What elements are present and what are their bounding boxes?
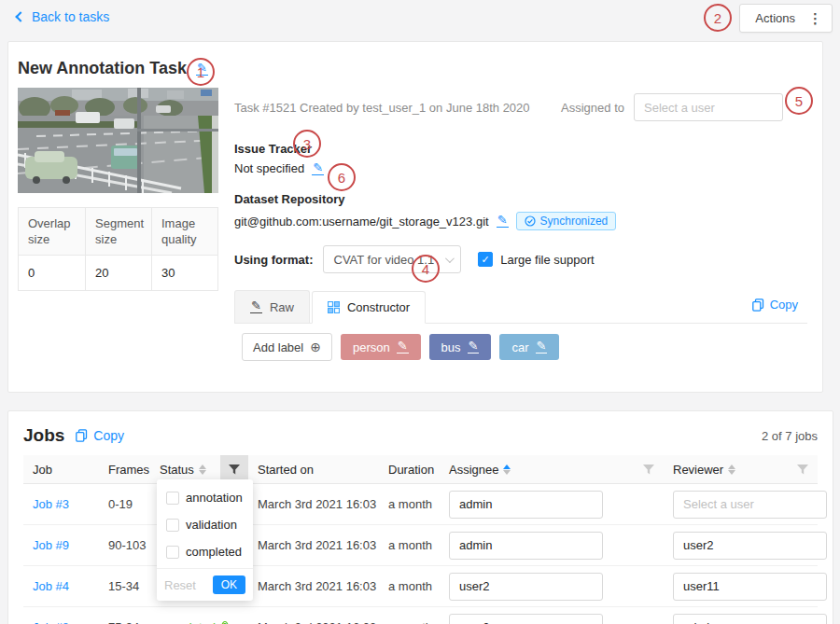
- tab-constructor-label: Constructor: [347, 300, 410, 314]
- plus-circle-icon: ⊕: [310, 340, 321, 354]
- task-parameters-table: Overlap size Segment size Image quality …: [18, 207, 218, 291]
- reviewer-filter-icon[interactable]: [797, 465, 808, 475]
- edit-label-bus-icon[interactable]: ✎: [468, 340, 480, 354]
- status-sort-icon[interactable]: [199, 465, 206, 475]
- large-file-label: Large file support: [500, 253, 594, 267]
- reviewer-input[interactable]: [673, 573, 827, 601]
- labels-copy-label: Copy: [770, 298, 798, 312]
- edit-label-car-icon[interactable]: ✎: [536, 340, 548, 354]
- job-frames: 75-94: [99, 620, 150, 624]
- job-duration: a month: [379, 620, 440, 624]
- job-row: Job #8 75-94 completed ? March 3rd 2021 …: [23, 607, 818, 624]
- reviewer-input[interactable]: [673, 532, 827, 560]
- assignee-header-label: Assignee: [449, 463, 498, 477]
- annotation-circle-3: 3: [293, 130, 321, 158]
- filter-reset-button[interactable]: Reset: [164, 578, 196, 592]
- add-label-text: Add label: [253, 340, 303, 354]
- assignee-input[interactable]: [449, 491, 603, 519]
- tab-raw[interactable]: ✎ Raw: [234, 290, 310, 323]
- status-text: completed: [160, 620, 216, 624]
- reviewer-sort-icon[interactable]: [728, 465, 735, 475]
- actions-button[interactable]: Actions ⋮: [739, 4, 833, 33]
- issue-tracker-value: Not specified: [234, 161, 304, 175]
- large-file-checkbox[interactable]: ✓: [478, 252, 493, 267]
- column-header-frames: Frames: [99, 455, 150, 483]
- edit-issue-tracker-icon[interactable]: ✎: [312, 162, 324, 175]
- back-to-tasks-label: Back to tasks: [32, 9, 109, 24]
- actions-label: Actions: [755, 11, 795, 25]
- job-started: March 3rd 2021 16:03: [248, 620, 379, 624]
- job-duration: a month: [379, 538, 440, 552]
- job-link[interactable]: Job #3: [33, 497, 69, 511]
- job-link[interactable]: Job #4: [33, 579, 69, 593]
- job-duration: a month: [379, 579, 440, 593]
- filter-option-completed[interactable]: completed: [157, 538, 253, 565]
- column-header-job: Job: [23, 455, 99, 483]
- filter-option-validation[interactable]: validation: [157, 511, 253, 538]
- jobs-title: Jobs: [23, 425, 64, 446]
- filter-option-label: validation: [186, 518, 237, 532]
- status-filter-dropdown: annotation validation completed Reset OK: [157, 479, 253, 601]
- copy-icon: [76, 429, 88, 442]
- labels-copy-button[interactable]: Copy: [752, 298, 798, 312]
- job-row: Job #4 15-34 March 3rd 2021 16:03 a mont…: [23, 566, 818, 607]
- assignee-sort-icon[interactable]: [503, 465, 511, 475]
- param-value-quality: 30: [151, 256, 217, 290]
- copy-icon: [752, 298, 764, 312]
- task-preview-image: [18, 88, 218, 193]
- format-select[interactable]: CVAT for video 1.1: [323, 245, 462, 273]
- task-details-card: New Annotation Task ✎: [7, 41, 823, 393]
- column-header-reviewer[interactable]: Reviewer: [664, 455, 818, 483]
- add-label-button[interactable]: Add label ⊕: [242, 333, 332, 361]
- reviewer-input[interactable]: [673, 491, 827, 519]
- job-link[interactable]: Job #8: [33, 620, 69, 624]
- filter-ok-button[interactable]: OK: [213, 575, 245, 594]
- annotation-checkbox[interactable]: [166, 492, 179, 505]
- sync-status-badge: Synchronized: [516, 212, 617, 230]
- assignee-filter-icon[interactable]: [643, 465, 654, 475]
- jobs-copy-button[interactable]: Copy: [76, 428, 124, 443]
- jobs-table-header: Job Frames Status Started on Duration As…: [23, 455, 818, 484]
- label-chip-person[interactable]: person ✎: [341, 334, 421, 360]
- jobs-card: Jobs Copy 2 of 7 jobs Job Frames Status …: [7, 410, 833, 624]
- filter-option-annotation[interactable]: annotation: [157, 484, 253, 511]
- label-chip-bus[interactable]: bus ✎: [429, 334, 492, 360]
- job-frames: 15-34: [99, 579, 150, 593]
- using-format-label: Using format:: [234, 253, 314, 267]
- validation-checkbox[interactable]: [166, 519, 179, 532]
- build-blocks-icon: [328, 301, 340, 313]
- jobs-copy-label: Copy: [93, 428, 124, 443]
- completed-checkbox[interactable]: [166, 546, 179, 559]
- edit-label-person-icon[interactable]: ✎: [397, 340, 409, 354]
- assigned-to-input[interactable]: [634, 93, 783, 121]
- reviewer-input[interactable]: [673, 614, 827, 624]
- assignee-input[interactable]: [449, 573, 603, 601]
- assignee-input[interactable]: [449, 532, 603, 560]
- check-circle-icon: [525, 215, 536, 227]
- job-link[interactable]: Job #9: [33, 538, 69, 552]
- raw-pencil-icon: ✎: [250, 300, 262, 313]
- label-chip-car[interactable]: car ✎: [499, 334, 559, 360]
- repository-url: git@github.com:username/git_storage_v123…: [234, 215, 489, 229]
- job-started: March 3rd 2021 16:03: [248, 538, 379, 552]
- label-chip-car-text: car: [511, 340, 528, 354]
- annotation-circle-6: 6: [328, 163, 356, 191]
- annotation-circle-4: 4: [412, 255, 440, 283]
- annotation-circle-1: 1: [187, 58, 215, 86]
- job-status-completed: completed ?: [160, 620, 220, 624]
- status-header-label: Status: [160, 463, 194, 477]
- assignee-input[interactable]: [449, 614, 603, 624]
- more-vertical-icon[interactable]: ⋮: [808, 10, 822, 27]
- column-header-duration: Duration: [379, 455, 440, 483]
- edit-repository-icon[interactable]: ✎: [497, 215, 509, 228]
- tab-constructor[interactable]: Constructor: [312, 291, 426, 324]
- question-circle-icon[interactable]: ?: [221, 621, 229, 624]
- job-row: Job #9 90-103 March 3rd 2021 16:03 a mon…: [23, 525, 818, 566]
- sync-badge-label: Synchronized: [540, 215, 609, 228]
- column-header-assignee[interactable]: Assignee: [440, 455, 664, 483]
- jobs-count: 2 of 7 jobs: [762, 429, 818, 443]
- filter-option-label: completed: [186, 545, 242, 559]
- back-to-tasks-link[interactable]: Back to tasks: [17, 9, 109, 24]
- annotation-circle-5: 5: [785, 87, 813, 115]
- back-arrow-icon: [15, 11, 25, 21]
